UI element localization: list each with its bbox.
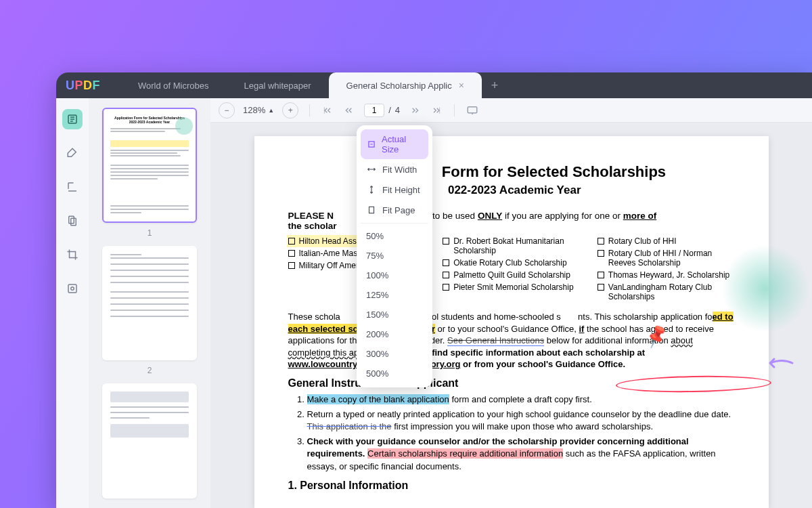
svg-rect-3	[68, 284, 76, 293]
form-icon[interactable]	[62, 278, 83, 299]
annotation-arrow-purple	[762, 353, 796, 373]
zoom-50[interactable]: 50%	[361, 226, 428, 246]
zoom-out-button[interactable]: −	[219, 102, 235, 119]
svg-point-4	[71, 287, 74, 291]
doc-title: Application Form for Selected Scholarshi…	[288, 163, 735, 181]
tab-legal-whitepaper[interactable]: Legal whitepaper	[227, 72, 329, 98]
document-viewport[interactable]: Application Form for Selected Scholarshi…	[210, 123, 812, 508]
main-area: − 128% ▲ + / 4	[210, 98, 812, 508]
scholarship-item: Dr. Robert Bokat Humanitarian Scholarshi…	[443, 236, 580, 255]
thumbnail-panel: Application Form for Selected Scholarshi…	[89, 98, 210, 508]
workspace: Application Form for Selected Scholarshi…	[56, 98, 812, 508]
scholarship-item: Thomas Heyward, Jr. Scholarship	[597, 270, 735, 280]
zoom-500[interactable]: 500%	[361, 364, 428, 383]
zoom-actual-size[interactable]: Actual Size	[361, 129, 428, 159]
zoom-fit-height[interactable]: Fit Height	[361, 179, 428, 200]
add-tab-button[interactable]: +	[482, 72, 508, 98]
tab-bar: UPDF World of Microbes Legal whitepaper …	[56, 72, 812, 98]
annotation-circle-teal	[721, 245, 809, 333]
pdf-page: Application Form for Selected Scholarshi…	[254, 136, 769, 508]
scholarship-item: Rotary Club of HHI / Norman Reeves Schol…	[597, 249, 735, 268]
close-tab-icon[interactable]: ×	[459, 80, 464, 91]
fit-width-icon	[366, 164, 377, 175]
thumbnail-page-1[interactable]: Application Form for Selected Scholarshi…	[102, 108, 197, 223]
view-toolbar: − 128% ▲ + / 4	[210, 98, 812, 123]
last-page-icon[interactable]	[430, 104, 443, 117]
scholarship-item: Pieter Smit Memorial Scholarship	[443, 282, 580, 292]
next-page-icon[interactable]	[408, 104, 422, 117]
instructions-list: Make a copy of the blank application for…	[288, 394, 735, 473]
scholarship-item: Okatie Rotary Club Scholarship	[443, 258, 580, 268]
personal-info-heading: 1. Personal Information	[288, 480, 735, 492]
first-page-icon[interactable]	[321, 104, 334, 117]
page-total: 4	[395, 105, 400, 115]
thumbnail-page-2[interactable]	[102, 246, 197, 361]
thumbnail-number-1: 1	[148, 228, 152, 238]
zoom-level-dropdown[interactable]: 128% ▲	[243, 105, 274, 115]
zoom-fit-width[interactable]: Fit Width	[361, 159, 428, 179]
presentation-icon[interactable]	[466, 104, 479, 117]
doc-note: PLEASE NOTE: This application is to be u…	[288, 211, 735, 231]
page-current-field[interactable]	[364, 104, 384, 117]
app-window: UPDF World of Microbes Legal whitepaper …	[56, 72, 812, 508]
pages-icon[interactable]	[62, 211, 83, 231]
svg-rect-7	[369, 207, 374, 213]
fit-height-icon	[366, 184, 377, 195]
reader-mode-icon[interactable]	[62, 109, 83, 129]
app-logo: UPDF	[66, 72, 100, 98]
tab-world-of-microbes[interactable]: World of Microbes	[120, 72, 227, 98]
page-number-input[interactable]: / 4	[364, 104, 400, 117]
scholarship-list: Hilton Head Association Italian-Ame Mast…	[288, 236, 735, 301]
edit-text-icon[interactable]	[62, 177, 83, 197]
doc-year: 2022-2023 Academic Year	[288, 184, 735, 197]
zoom-100[interactable]: 100%	[361, 266, 428, 285]
svg-rect-5	[468, 106, 477, 112]
zoom-75[interactable]: 75%	[361, 246, 428, 266]
zoom-dropdown-menu: Actual Size Fit Width Fit Height Fit Pag…	[357, 125, 432, 387]
fit-page-icon	[366, 205, 377, 215]
zoom-fit-page[interactable]: Fit Page	[361, 200, 428, 220]
crop-icon[interactable]	[62, 245, 83, 265]
zoom-300[interactable]: 300%	[361, 344, 428, 364]
prev-page-icon[interactable]	[342, 104, 356, 117]
scholarship-item: Rotary Club of HHI	[597, 236, 735, 246]
thumbnail-page-3[interactable]	[102, 383, 197, 499]
zoom-in-button[interactable]: +	[282, 102, 298, 119]
zoom-125[interactable]: 125%	[361, 285, 428, 305]
scholarship-item: Palmetto Quilt Guild Scholarship	[443, 270, 580, 280]
tool-rail	[56, 98, 89, 508]
zoom-150[interactable]: 150%	[361, 305, 428, 324]
thumbnail-number-2: 2	[148, 366, 152, 375]
tab-general-scholarship[interactable]: General Scholarship Applic ×	[329, 72, 482, 98]
chevron-up-icon: ▲	[268, 107, 274, 114]
highlighter-icon[interactable]	[62, 143, 83, 163]
scholarship-item: VanLandingham Rotary Club Scholarships	[597, 282, 735, 301]
zoom-200[interactable]: 200%	[361, 324, 428, 344]
actual-size-icon	[366, 139, 376, 150]
